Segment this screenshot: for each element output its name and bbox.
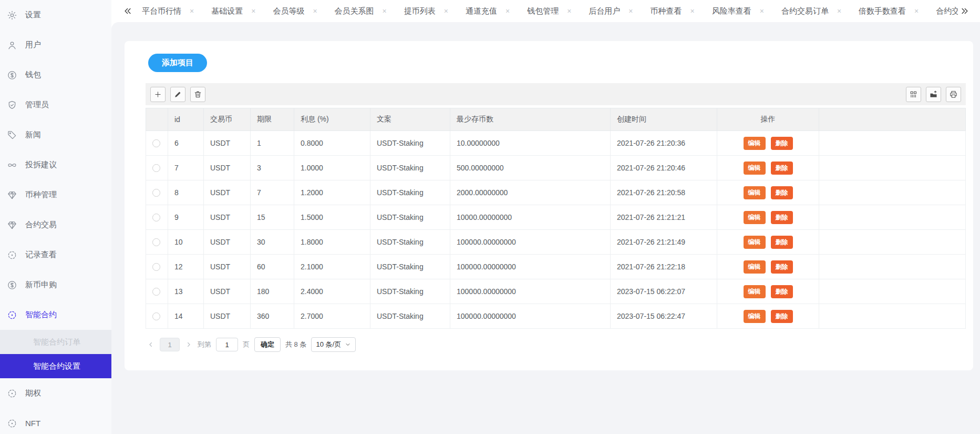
tab-item[interactable]: 合约交易管理 — [936, 6, 958, 16]
columns-button[interactable] — [906, 87, 921, 102]
dashed-circle-icon — [7, 388, 17, 399]
page-number-button[interactable]: 1 — [160, 338, 180, 351]
sidebar-item-options[interactable]: 期权 — [0, 378, 111, 408]
tab-close-icon[interactable]: × — [190, 7, 194, 15]
tab-close-icon[interactable]: × — [313, 7, 317, 15]
sidebar-subitem-smart-contract-settings[interactable]: 智能合约设置 — [0, 354, 111, 378]
tab-item[interactable]: 平台币行情× — [142, 6, 194, 16]
edit-button[interactable]: 编辑 — [744, 162, 766, 175]
edit-button[interactable]: 编辑 — [744, 310, 766, 323]
delete-button[interactable]: 删除 — [771, 285, 793, 298]
tab-close-icon[interactable]: × — [690, 7, 695, 15]
tab-item[interactable]: 通道充值× — [466, 6, 510, 16]
row-radio[interactable] — [152, 214, 160, 221]
tab-close-icon[interactable]: × — [760, 7, 764, 15]
tab-item[interactable]: 会员等级× — [273, 6, 317, 16]
edit-button[interactable]: 编辑 — [744, 186, 766, 199]
infinity-icon — [7, 160, 17, 170]
tab-close-icon[interactable]: × — [628, 7, 633, 15]
sidebar: 设置用户钱包管理员新闻投拆建议币种管理合约交易记录查看新币申购智能合约智能合约订… — [0, 0, 111, 434]
tab-item[interactable]: 币种查看× — [651, 6, 695, 16]
tab-close-icon[interactable]: × — [837, 7, 841, 15]
delete-button[interactable]: 删除 — [771, 260, 793, 274]
cell: 7 — [251, 180, 294, 205]
delete-button[interactable]: 删除 — [771, 310, 793, 323]
cell: 100000.00000000 — [450, 255, 611, 279]
tab-list: 平台币行情×基础设置×会员等级×会员关系图×提币列表×通道充值×钱包管理×后台用… — [142, 6, 958, 16]
cell: USDT-Staking — [370, 205, 450, 230]
sidebar-item-nft[interactable]: NFT — [0, 408, 111, 434]
sidebar-nav: 设置用户钱包管理员新闻投拆建议币种管理合约交易记录查看新币申购智能合约智能合约订… — [0, 0, 111, 434]
edit-button[interactable]: 编辑 — [744, 236, 766, 249]
tab-close-icon[interactable]: × — [914, 7, 919, 15]
tab-item[interactable]: 后台用户× — [589, 6, 633, 16]
row-radio[interactable] — [152, 263, 160, 271]
delete-button[interactable]: 删除 — [771, 186, 793, 199]
tabs-scroll-right-icon[interactable] — [958, 4, 972, 18]
add-item-button[interactable]: 添加项目 — [148, 54, 207, 72]
row-radio[interactable] — [152, 164, 160, 172]
sidebar-item-smart-contract[interactable]: 智能合约 — [0, 300, 111, 330]
delete-button[interactable]: 删除 — [771, 162, 793, 175]
prev-page-icon[interactable] — [147, 340, 155, 349]
tab-item[interactable]: 基础设置× — [211, 6, 255, 16]
tab-close-icon[interactable]: × — [383, 7, 387, 15]
sidebar-item-contract-trade[interactable]: 合约交易 — [0, 210, 111, 240]
edit-button[interactable]: 编辑 — [744, 137, 766, 150]
export-button[interactable] — [926, 87, 941, 102]
tabs-scroll-left-icon[interactable] — [121, 4, 135, 18]
cell: USDT — [204, 304, 251, 329]
tab-close-icon[interactable]: × — [251, 7, 255, 15]
table-row: 12USDT602.1000USDT-Staking100000.0000000… — [146, 255, 966, 279]
tab-item[interactable]: 合约交易订单× — [781, 6, 841, 16]
tab-close-icon[interactable]: × — [567, 7, 571, 15]
sidebar-item-wallet[interactable]: 钱包 — [0, 60, 111, 90]
sidebar-item-coin-manage[interactable]: 币种管理 — [0, 180, 111, 210]
edit-button[interactable]: 编辑 — [744, 211, 766, 224]
tab-item[interactable]: 倍数手数查看× — [859, 6, 919, 16]
sidebar-item-admin[interactable]: 管理员 — [0, 90, 111, 120]
edit-button[interactable]: 编辑 — [744, 260, 766, 274]
pencil-button[interactable] — [170, 87, 185, 102]
tab-item[interactable]: 风险率查看× — [712, 6, 764, 16]
sidebar-item-news[interactable]: 新闻 — [0, 120, 111, 150]
delete-button[interactable]: 删除 — [771, 211, 793, 224]
plus-button[interactable] — [150, 87, 166, 102]
gem-icon — [7, 220, 17, 230]
cell: 100000.00000000 — [450, 279, 611, 304]
sidebar-item-users[interactable]: 用户 — [0, 30, 111, 60]
sidebar-item-feedback[interactable]: 投拆建议 — [0, 150, 111, 180]
page-size-select[interactable]: 10 条/页 — [311, 337, 356, 352]
cell: 3 — [251, 156, 294, 180]
cell: 9 — [168, 205, 204, 230]
tab-item[interactable]: 提币列表× — [404, 6, 448, 16]
tab-item[interactable]: 钱包管理× — [527, 6, 571, 16]
delete-button[interactable]: 删除 — [771, 236, 793, 249]
sidebar-item-settings[interactable]: 设置 — [0, 0, 111, 30]
print-button[interactable] — [946, 87, 961, 102]
sidebar-item-records[interactable]: 记录查看 — [0, 240, 111, 270]
chevron-down-icon — [345, 341, 351, 348]
tab-item[interactable]: 会员关系图× — [335, 6, 387, 16]
cell: USDT-Staking — [370, 279, 450, 304]
trash-button[interactable] — [190, 87, 205, 102]
cell: 2021-07-26 21:21:49 — [611, 230, 717, 255]
cell: USDT — [204, 255, 251, 279]
tab-close-icon[interactable]: × — [444, 7, 448, 15]
delete-button[interactable]: 删除 — [771, 137, 793, 150]
goto-page-input[interactable] — [216, 338, 238, 351]
next-page-icon[interactable] — [184, 340, 193, 349]
confirm-button[interactable]: 确定 — [254, 337, 281, 352]
row-radio[interactable] — [152, 238, 160, 246]
cell: 180 — [251, 279, 294, 304]
row-radio[interactable] — [152, 288, 160, 296]
row-radio[interactable] — [152, 312, 160, 320]
columns-icon — [909, 90, 918, 99]
sidebar-subitem-smart-contract-orders[interactable]: 智能合约订单 — [0, 330, 111, 354]
sidebar-item-new-coin[interactable]: 新币申购 — [0, 270, 111, 300]
tab-close-icon[interactable]: × — [506, 7, 510, 15]
row-radio[interactable] — [152, 189, 160, 197]
row-radio[interactable] — [152, 139, 160, 147]
cell: USDT-Staking — [370, 131, 450, 156]
edit-button[interactable]: 编辑 — [744, 285, 766, 298]
